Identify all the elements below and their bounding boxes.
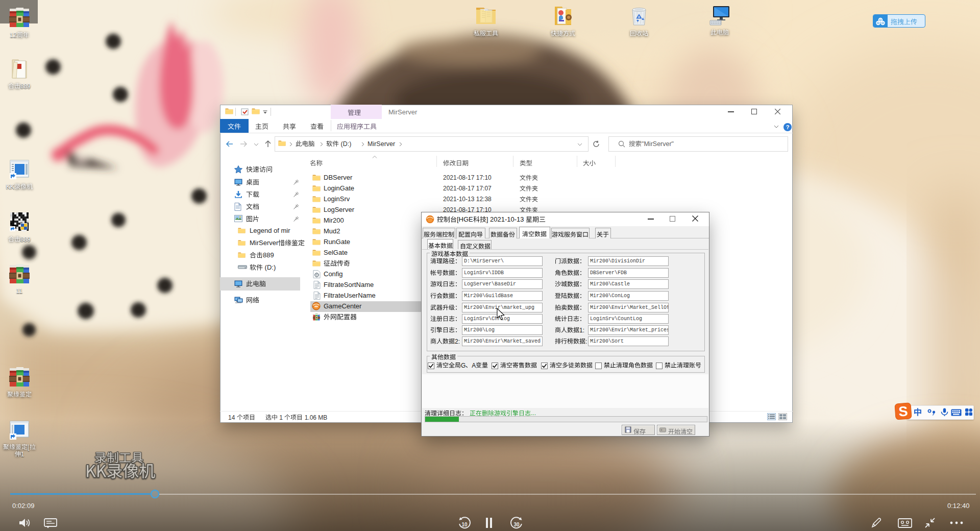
svg-text:?: ? [786, 124, 790, 130]
svg-text:30: 30 [513, 522, 520, 527]
svg-text:S: S [898, 403, 909, 419]
svg-text:10: 10 [461, 522, 468, 527]
